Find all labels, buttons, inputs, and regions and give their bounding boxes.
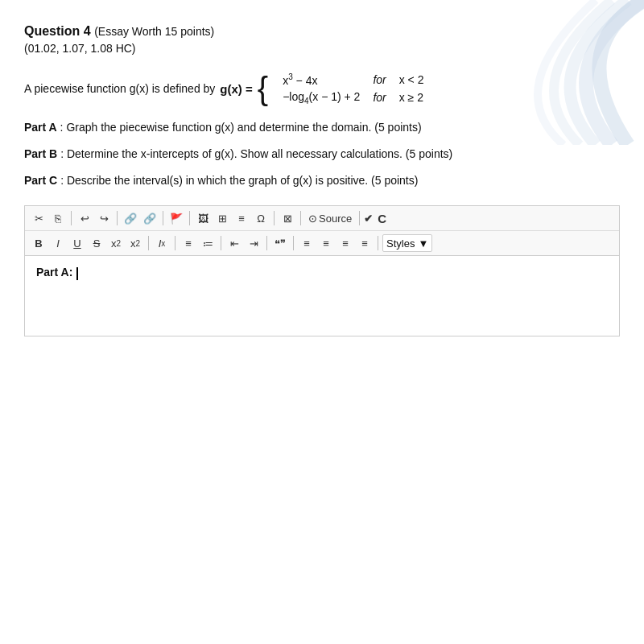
editor-toolbar: ✂ ⎘ ↩ ↪ 🔗 🔗 🚩 🖼 ⊞ ≡ Ω ⊠ ⊙ Source ✔ C [24, 205, 620, 256]
cases-table: x3 − 4x for x < 2 −log4(x − 1) + 2 for x… [276, 71, 430, 106]
toolbar-separator-12 [293, 236, 294, 250]
styles-label: Styles [386, 237, 415, 250]
editor-cursor [76, 267, 78, 280]
left-brace: { [258, 72, 268, 105]
subscript-button[interactable]: x2 [107, 234, 125, 252]
align-center-button[interactable]: ≡ [317, 234, 335, 252]
align-right-button[interactable]: ≡ [336, 234, 354, 252]
image-button[interactable]: 🖼 [194, 209, 212, 227]
source-button[interactable]: ⊙ Source [305, 213, 355, 225]
question-title: Question 4 (Essay Worth 15 points) [24, 24, 620, 39]
piecewise-definition: A piecewise function g(x) is defined by … [24, 71, 620, 106]
editor-area[interactable]: Part A: [24, 256, 620, 336]
undo-button[interactable]: ↩ [76, 209, 93, 227]
ordered-list-button[interactable]: ≡ [180, 234, 197, 252]
toolbar-row-1: ✂ ⎘ ↩ ↪ 🔗 🔗 🚩 🖼 ⊞ ≡ Ω ⊠ ⊙ Source ✔ C [25, 206, 619, 231]
case-row-2: −log4(x − 1) + 2 for x ≥ 2 [276, 89, 430, 107]
redo-button[interactable]: ↪ [95, 209, 113, 227]
gx-label: g(x) = [220, 82, 252, 96]
case-2-for: for [366, 89, 392, 107]
styles-dropdown[interactable]: Styles ▼ [382, 234, 432, 252]
part-c-text: : Describe the interval(s) in which the … [60, 174, 418, 187]
case-1-condition: x < 2 [393, 71, 431, 89]
iframe-button[interactable]: ⊠ [279, 209, 296, 227]
toolbar-separator-2 [117, 211, 118, 225]
source-icon: ⊙ [308, 213, 317, 225]
part-b-label: Part B [24, 147, 57, 160]
toolbar-separator-13 [378, 236, 378, 250]
toolbar-separator-3 [163, 211, 163, 225]
part-a-label: Part A [24, 121, 57, 134]
part-c-line: Part C : Describe the interval(s) in whi… [24, 172, 620, 189]
source-label: Source [319, 213, 352, 225]
italic-button[interactable]: I [49, 234, 67, 252]
toolbar-separator-5 [274, 211, 275, 225]
bold-button[interactable]: B [30, 234, 47, 252]
question-codes: (01.02, 1.07, 1.08 HC) [24, 42, 136, 55]
toolbar-separator-9 [175, 236, 175, 250]
toolbar-separator-6 [300, 211, 301, 225]
styles-dropdown-arrow: ▼ [418, 237, 428, 250]
case-1-expr: x3 − 4x [276, 71, 366, 89]
cut-button[interactable]: ✂ [30, 209, 47, 227]
c-button[interactable]: C [378, 212, 386, 225]
increase-indent-button[interactable]: ⇥ [245, 234, 262, 252]
case-2-expr: −log4(x − 1) + 2 [276, 89, 366, 107]
question-number: Question 4 [24, 24, 91, 38]
toolbar-separator-7 [359, 211, 360, 225]
unordered-list-button[interactable]: ≔ [199, 234, 217, 252]
underline-button[interactable]: U [68, 234, 86, 252]
toolbar-separator-10 [221, 236, 221, 250]
align-justify-button[interactable]: ≡ [356, 234, 374, 252]
toolbar-separator-8 [148, 236, 149, 250]
part-a-line: Part A : Graph the piecewise function g(… [24, 119, 620, 136]
part-a-text: : Graph the piecewise function g(x) and … [60, 121, 422, 134]
part-b-text: : Determine the x-intercepts of g(x). Sh… [60, 147, 452, 160]
toolbar-separator-11 [266, 236, 267, 250]
toolbar-row-2: B I U S x2 x2 Ix ≡ ≔ ⇤ ⇥ ❝❞ ≡ ≡ ≡ ≡ Styl… [25, 231, 619, 255]
case-2-condition: x ≥ 2 [393, 89, 431, 107]
check-button[interactable]: ✔ [364, 213, 373, 225]
toolbar-separator-4 [189, 211, 190, 225]
page: Question 4 (Essay Worth 15 points) (01.0… [0, 0, 644, 644]
case-row-1: x3 − 4x for x < 2 [276, 71, 430, 89]
editor-part-a-label: Part A: [36, 266, 72, 279]
special-char-button[interactable]: Ω [252, 209, 270, 227]
italic-x-button[interactable]: Ix [153, 234, 171, 252]
anchor-button[interactable]: 🚩 [167, 209, 185, 227]
unlink-button[interactable]: 🔗 [141, 209, 159, 227]
toolbar-separator-1 [71, 211, 72, 225]
question-points: (Essay Worth 15 points) [94, 25, 214, 38]
blockquote-button[interactable]: ❝❞ [271, 234, 289, 252]
strikethrough-button[interactable]: S [88, 234, 105, 252]
piecewise-prefix: A piecewise function g(x) is defined by [24, 82, 215, 95]
decrease-indent-button[interactable]: ⇤ [225, 234, 243, 252]
part-b-line: Part B : Determine the x-intercepts of g… [24, 146, 620, 163]
superscript-button[interactable]: x2 [126, 234, 144, 252]
question-subtitle: (01.02, 1.07, 1.08 HC) [24, 42, 620, 55]
case-1-for: for [366, 71, 392, 89]
link-button[interactable]: 🔗 [122, 209, 139, 227]
copy-button[interactable]: ⎘ [49, 209, 67, 227]
table-button[interactable]: ⊞ [213, 209, 231, 227]
hr-button[interactable]: ≡ [233, 209, 250, 227]
part-c-label: Part C [24, 174, 57, 187]
align-left-button[interactable]: ≡ [298, 234, 316, 252]
